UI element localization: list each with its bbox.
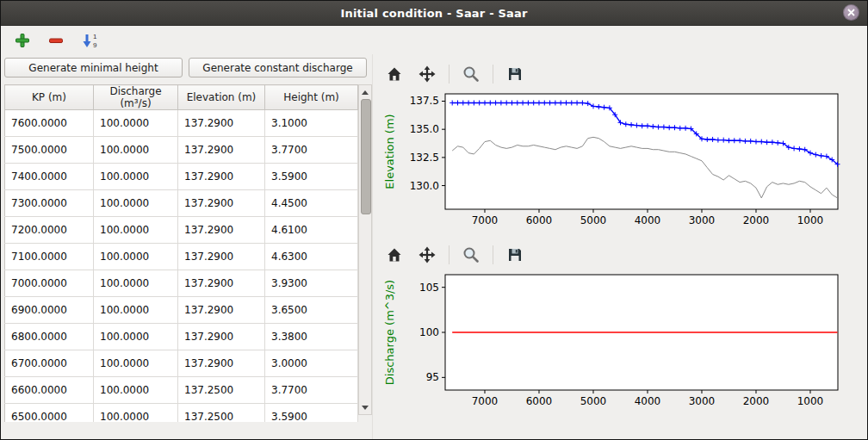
discharge-zoom-button[interactable] bbox=[460, 244, 482, 266]
table-cell[interactable]: 100.0000 bbox=[94, 324, 178, 350]
generate-constant-discharge-button[interactable]: Generate constant discharge bbox=[189, 58, 367, 77]
svg-text:3000: 3000 bbox=[689, 214, 716, 226]
table-cell[interactable]: 137.2900 bbox=[178, 164, 265, 190]
table-cell[interactable]: 137.2900 bbox=[178, 270, 265, 297]
svg-text:1000: 1000 bbox=[797, 395, 824, 407]
zoom-icon bbox=[462, 65, 480, 83]
discharge-chart[interactable]: 700060005000400030002000100010510095Disc… bbox=[381, 268, 868, 414]
home-icon bbox=[386, 65, 403, 83]
table-cell[interactable]: 100.0000 bbox=[94, 110, 178, 137]
table-cell[interactable]: 137.2500 bbox=[178, 404, 265, 423]
sort-rows-button[interactable]: 1 9 bbox=[78, 29, 101, 52]
table-row: 7600.0000100.0000137.29003.1000 bbox=[5, 110, 358, 137]
toolbar-separator bbox=[449, 245, 450, 264]
table-row: 7000.0000100.0000137.29003.9300 bbox=[5, 270, 358, 297]
table-cell[interactable]: 4.6100 bbox=[265, 217, 358, 244]
table-cell[interactable]: 137.2900 bbox=[178, 297, 265, 324]
table-cell[interactable]: 6900.0000 bbox=[5, 297, 94, 324]
col-header-elevation[interactable]: Elevation (m) bbox=[178, 85, 265, 110]
add-row-button[interactable] bbox=[11, 29, 34, 52]
title-bar[interactable]: Initial condition - Saar - Saar bbox=[1, 1, 867, 26]
svg-text:6000: 6000 bbox=[526, 214, 553, 226]
table-cell[interactable]: 100.0000 bbox=[94, 137, 178, 164]
discharge-home-button[interactable] bbox=[383, 244, 406, 266]
table-cell[interactable]: 100.0000 bbox=[94, 297, 178, 324]
table-cell[interactable]: 3.6500 bbox=[265, 297, 358, 324]
table-cell[interactable]: 7500.0000 bbox=[5, 137, 94, 164]
table-row: 7300.0000100.0000137.29004.4500 bbox=[5, 190, 358, 217]
table-cell[interactable]: 3.5900 bbox=[265, 404, 358, 423]
table-scrollbar[interactable] bbox=[358, 84, 372, 415]
table-cell[interactable]: 3.7700 bbox=[265, 377, 358, 404]
elevation-home-button[interactable] bbox=[383, 63, 406, 85]
table-cell[interactable]: 3.0000 bbox=[265, 350, 358, 377]
triangle-up-icon bbox=[362, 90, 369, 95]
col-header-kp[interactable]: KP (m) bbox=[5, 85, 94, 110]
table-cell[interactable]: 7200.0000 bbox=[5, 217, 94, 244]
table-cell[interactable]: 100.0000 bbox=[94, 377, 178, 404]
table-cell[interactable]: 100.0000 bbox=[94, 164, 178, 190]
svg-text:1000: 1000 bbox=[797, 214, 824, 226]
table-cell[interactable]: 137.2900 bbox=[178, 137, 265, 164]
table-cell[interactable]: 137.2500 bbox=[178, 377, 265, 404]
table-cell[interactable]: 4.4500 bbox=[265, 190, 358, 217]
table-cell[interactable]: 100.0000 bbox=[94, 270, 178, 297]
table-row: 7200.0000100.0000137.29004.6100 bbox=[5, 217, 358, 244]
table-cell[interactable]: 137.2900 bbox=[178, 244, 265, 270]
table-cell[interactable]: 137.2900 bbox=[178, 350, 265, 377]
table-cell[interactable]: 7400.0000 bbox=[5, 164, 94, 190]
table-row: 6900.0000100.0000137.29003.6500 bbox=[5, 297, 358, 324]
table-cell[interactable]: 137.2900 bbox=[178, 217, 265, 244]
table-cell[interactable]: 7600.0000 bbox=[5, 110, 94, 137]
svg-text:105: 105 bbox=[419, 282, 439, 294]
scrollbar-thumb[interactable] bbox=[361, 99, 371, 214]
close-button[interactable] bbox=[843, 4, 859, 21]
table-cell[interactable]: 3.3800 bbox=[265, 324, 358, 350]
table-cell[interactable]: 100.0000 bbox=[94, 244, 178, 270]
elevation-chart[interactable]: 7000600050004000300020001000137.5135.013… bbox=[381, 87, 868, 233]
main-toolbar: 1 9 bbox=[1, 26, 867, 54]
table-cell[interactable]: 6700.0000 bbox=[5, 350, 94, 377]
col-header-discharge[interactable]: Discharge (m³/s) bbox=[94, 85, 178, 110]
table-cell[interactable]: 100.0000 bbox=[94, 404, 178, 423]
table-body: 7600.0000100.0000137.29003.10007500.0000… bbox=[5, 110, 358, 423]
table-cell[interactable]: 3.7700 bbox=[265, 137, 358, 164]
table-cell[interactable]: 7300.0000 bbox=[5, 190, 94, 217]
table-cell[interactable]: 3.9300 bbox=[265, 270, 358, 297]
discharge-pan-button[interactable] bbox=[416, 244, 438, 266]
home-icon bbox=[386, 246, 403, 263]
table-cell[interactable]: 100.0000 bbox=[94, 190, 178, 217]
elevation-save-button[interactable] bbox=[504, 63, 526, 85]
table-cell[interactable]: 7100.0000 bbox=[5, 244, 94, 270]
table-cell[interactable]: 100.0000 bbox=[94, 350, 178, 377]
elevation-pan-button[interactable] bbox=[416, 63, 438, 85]
svg-text:95: 95 bbox=[426, 371, 439, 383]
table-cell[interactable]: 137.2900 bbox=[178, 190, 265, 217]
scroll-down-button[interactable] bbox=[359, 401, 371, 413]
discharge-save-button[interactable] bbox=[504, 244, 526, 266]
table-cell[interactable]: 137.2900 bbox=[178, 324, 265, 350]
table-row: 6500.0000100.0000137.25003.5900 bbox=[5, 404, 358, 423]
scroll-up-button[interactable] bbox=[359, 86, 371, 98]
col-header-height[interactable]: Height (m) bbox=[265, 85, 358, 110]
table-cell[interactable]: 4.6300 bbox=[265, 244, 358, 270]
toolbar-separator bbox=[449, 65, 450, 84]
table-cell[interactable]: 100.0000 bbox=[94, 217, 178, 244]
elevation-zoom-button[interactable] bbox=[460, 63, 482, 85]
generate-minimal-height-button[interactable]: Generate minimal height bbox=[4, 58, 183, 77]
table-cell[interactable]: 6800.0000 bbox=[5, 324, 94, 350]
svg-text:135.0: 135.0 bbox=[410, 123, 439, 135]
table-cell[interactable]: 6600.0000 bbox=[5, 377, 94, 404]
table-row: 6800.0000100.0000137.29003.3800 bbox=[5, 324, 358, 350]
table-cell[interactable]: 3.5900 bbox=[265, 164, 358, 190]
elevation-chart-toolbar bbox=[383, 61, 868, 87]
table-cell[interactable]: 3.1000 bbox=[265, 110, 358, 137]
svg-text:5000: 5000 bbox=[580, 214, 607, 226]
remove-row-button[interactable] bbox=[45, 29, 67, 52]
svg-text:137.5: 137.5 bbox=[410, 95, 439, 107]
table-cell[interactable]: 7000.0000 bbox=[5, 270, 94, 297]
pan-icon bbox=[418, 246, 436, 263]
table-cell[interactable]: 137.2900 bbox=[178, 110, 265, 137]
table-cell[interactable]: 6500.0000 bbox=[5, 404, 94, 423]
table-row: 6700.0000100.0000137.29003.0000 bbox=[5, 350, 358, 377]
